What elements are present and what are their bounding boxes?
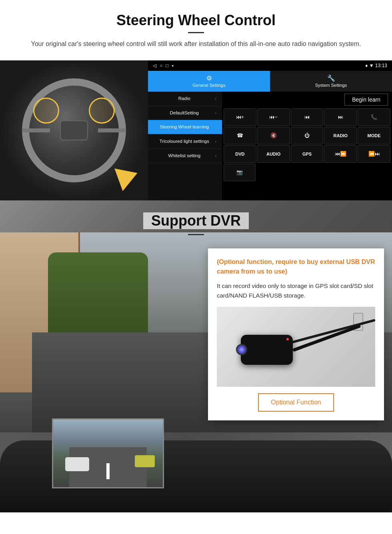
camera-body [241,335,293,365]
tab-system-label: System Settings [315,83,347,88]
dvr-title-area: Support DVR [0,200,392,239]
tree-row [48,252,148,332]
vol-up-button[interactable]: ⏮+ [224,108,256,126]
back-icon: ◁ [153,63,156,68]
hangup-button[interactable]: ☎ [224,127,256,144]
camera-led [286,338,289,340]
menu-item-steering-wheel[interactable]: Steering Wheel learning › [148,120,222,134]
tab-system-settings[interactable]: 🔧 System Settings [270,71,392,92]
camera-button[interactable]: 📷 [224,164,256,181]
statusbar-clock: ♦ ▼ 13:13 [365,63,387,68]
prev-next-button[interactable]: ⏮⏩ [324,145,357,163]
menu-tricoloured-label: Tricoloured light settings [154,138,215,144]
android-ui-panel: ◁ ○ □ ▪ ♦ ▼ 13:13 ⚙ General Settings 🔧 [148,60,392,200]
section1-steering: Steering Wheel Control Your original car… [0,0,392,200]
signal-icon: ♦ ▼ [365,63,374,68]
menu-item-tricoloured[interactable]: Tricoloured light settings › [148,134,222,149]
preview-car-2 [135,455,155,467]
section2-dvr: Support DVR (Optional function, require … [0,200,392,512]
steering-wheel-demo: ◁ ○ □ ▪ ♦ ▼ 13:13 ⚙ General Settings 🔧 [0,60,392,200]
chevron-right-icon5: › [215,154,216,158]
dvr-small-preview [52,418,164,488]
dvr-body-text: It can record video only to storage in G… [217,281,375,300]
next-track-button[interactable]: ⏭ [324,108,357,126]
highlight-circle-left [33,98,59,124]
clock-time: 13:13 [375,63,387,68]
menu-item-radio[interactable]: Radio › [148,92,222,106]
camera-lens [236,344,247,355]
control-row-4: 📷 [224,164,390,181]
home-icon: ○ [160,63,162,68]
begin-learn-button[interactable]: Begin learn [344,94,388,106]
preview-car-1 [65,457,89,471]
mute-button[interactable]: 🔇 [257,127,290,144]
dvr-optional-text: (Optional function, require to buy exter… [217,257,375,276]
steering-wheel-graphic [22,78,126,182]
control-row-2: ☎ 🔇 ⏻ RADIO MODE [224,127,390,144]
begin-learn-row: Begin learn [222,92,392,108]
chevron-right-icon4: › [215,139,216,144]
control-row-3: DVD AUDIO GPS ⏮⏩ ⏪⏭ [224,145,390,163]
section1-description: Your original car's steering wheel contr… [24,39,368,49]
steering-wheel-image [0,60,148,200]
menu-icon: ▪ [172,63,174,68]
section1-divider [188,32,204,33]
dvr-divider [188,234,204,235]
android-buttons-panel: Begin learn ⏮+ ⏮− ⏮ ⏭ 📞 ☎ [222,92,392,200]
control-buttons-grid: ⏮+ ⏮− ⏮ ⏭ 📞 ☎ 🔇 ⏻ RADIO MODE [222,108,392,182]
menu-default-label: DefaultSetting [154,110,215,116]
vol-down-button[interactable]: ⏮− [257,108,290,126]
dvr-info-card: (Optional function, require to buy exter… [208,248,384,420]
highlight-circle-right [89,98,115,124]
chevron-right-icon2: › [215,111,216,115]
section1-title: Steering Wheel Control [24,12,368,29]
call-button[interactable]: 📞 [358,108,390,126]
menu-radio-label: Radio [154,96,215,102]
android-tabs: ⚙ General Settings 🔧 System Settings [148,71,392,92]
preview-road-line [106,463,110,479]
android-left-menu: Radio › DefaultSetting › Steering Wheel … [148,92,222,200]
menu-steering-label: Steering Wheel learning [154,124,215,130]
control-row-1: ⏮+ ⏮− ⏮ ⏭ 📞 [224,108,390,126]
menu-whitelist-label: Whitelist setting [154,153,215,159]
gear-icon: ⚙ [206,74,212,82]
wrench-icon: 🔧 [327,74,335,82]
optional-function-button[interactable]: Optional Function [258,393,334,412]
mode-button[interactable]: MODE [358,127,390,144]
dvd-button[interactable]: DVD [224,145,256,163]
rew-ff-button[interactable]: ⏪⏭ [358,145,390,163]
dvr-section-title: Support DVR [143,212,249,229]
radio-button[interactable]: RADIO [324,127,357,144]
chevron-right-icon3: › [215,125,216,129]
android-statusbar: ◁ ○ □ ▪ ♦ ▼ 13:13 [148,60,392,71]
statusbar-nav-icons: ◁ ○ □ ▪ [153,63,174,68]
prev-track-button[interactable]: ⏮ [291,108,324,126]
gps-button[interactable]: GPS [291,145,324,163]
dvr-camera-illustration [217,307,375,387]
tab-general-settings[interactable]: ⚙ General Settings [148,71,270,92]
menu-item-defaultsetting[interactable]: DefaultSetting › [148,106,222,120]
android-content-area: Radio › DefaultSetting › Steering Wheel … [148,92,392,200]
section1-header: Steering Wheel Control Your original car… [0,0,392,60]
power-button[interactable]: ⏻ [291,127,324,144]
menu-item-whitelist[interactable]: Whitelist setting › [148,149,222,163]
chevron-right-icon: › [215,96,216,101]
tab-general-label: General Settings [193,83,226,88]
yellow-arrow-indicator [112,164,144,188]
audio-button[interactable]: AUDIO [257,145,290,163]
recents-icon: □ [166,63,168,68]
